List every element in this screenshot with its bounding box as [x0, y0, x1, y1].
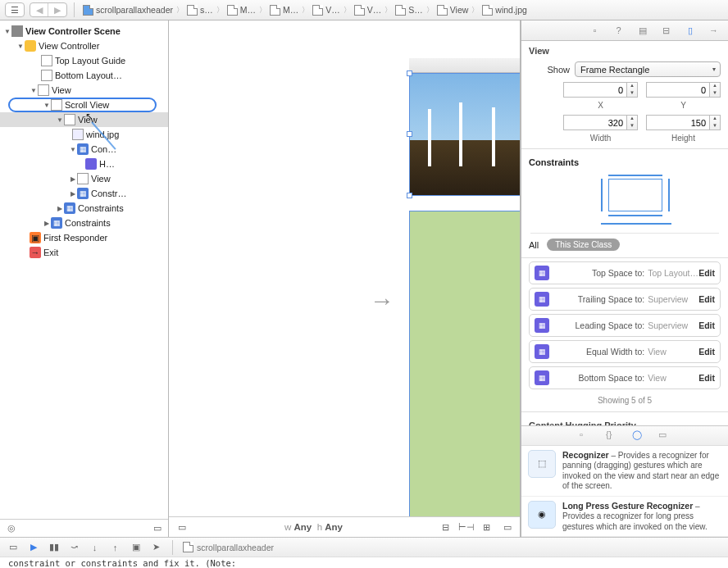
filter-all[interactable]: All: [529, 240, 539, 250]
view3-row[interactable]: ▶View: [0, 171, 168, 186]
firstresponder-row[interactable]: ▣First Responder: [0, 230, 168, 245]
object-library: ⬚ Recognizer – Provides a recognizer for…: [521, 445, 728, 538]
y-field[interactable]: [646, 82, 710, 98]
constraint-row[interactable]: ▦Top Space to:Top Layout…Edit: [529, 261, 721, 284]
crumb: View: [450, 5, 469, 15]
library-tabs[interactable]: ▫ {} ◯ ▭: [521, 425, 728, 445]
size-class-indicator[interactable]: w Any h Any: [196, 522, 431, 532]
step-over-icon[interactable]: ⤻: [68, 541, 80, 553]
height-field[interactable]: [646, 115, 710, 130]
view2-row[interactable]: ▼View: [0, 112, 168, 127]
con-row[interactable]: ▼▦Con…: [0, 142, 168, 157]
wind-image-view[interactable]: [409, 73, 520, 196]
constr-row[interactable]: ▶▦Constr…: [0, 186, 168, 201]
edit-button[interactable]: Edit: [698, 294, 715, 304]
pause-icon[interactable]: ▮▮: [48, 541, 60, 553]
size-inspector-icon: ▯: [684, 25, 696, 37]
constraint-row[interactable]: ▦Equal Width to:ViewEdit: [529, 340, 721, 363]
exit-row[interactable]: →Exit: [0, 245, 168, 260]
step-out-icon[interactable]: ↑: [109, 541, 121, 553]
view-debug-icon[interactable]: ▣: [130, 541, 142, 553]
crumb: S…: [408, 5, 423, 15]
stack-icon[interactable]: ⊟: [439, 521, 452, 534]
align-icon[interactable]: ⊢⊣: [460, 521, 472, 534]
top-toolbar: ☰ ◀▶ scrollparallaxheader〉 s…〉 M…〉 M…〉 V…: [0, 0, 728, 20]
constraint-icon: ▦: [535, 370, 549, 385]
related-items[interactable]: ☰: [5, 2, 25, 17]
breakpoint-icon[interactable]: ▶: [27, 541, 39, 553]
x-sublabel: X: [563, 101, 638, 110]
identity-inspector-icon: ▤: [636, 25, 648, 37]
showing-count: Showing 5 of 5: [521, 393, 728, 408]
view-row[interactable]: ▼View: [0, 83, 168, 98]
outline-toggle-icon[interactable]: ▭: [175, 521, 188, 534]
crumb: M…: [283, 5, 298, 15]
h-row[interactable]: H…: [0, 157, 168, 171]
attributes-inspector-icon: ⊟: [660, 25, 672, 37]
windjpg-row[interactable]: wind.jpg: [0, 127, 168, 142]
viewcontroller-row[interactable]: ▼View Controller: [0, 39, 168, 53]
debug-toolbar: ▭ ▶ ▮▮ ⤻ ↓ ↑ ▣ ➤ scrollparallaxheader: [0, 537, 728, 557]
filter-icon[interactable]: ◎: [5, 522, 17, 534]
section-view-header: View: [521, 41, 728, 59]
console-output: constraint or constraints and fix it. (N…: [0, 557, 728, 568]
filter-sizeclass[interactable]: This Size Class: [547, 239, 620, 251]
hide-debug-icon[interactable]: ▭: [7, 541, 19, 553]
library-item[interactable]: ◉ Long Press Gesture Recognizer – Provid…: [521, 497, 728, 538]
media-library-icon: ▭: [658, 429, 670, 441]
x-field[interactable]: [563, 82, 627, 98]
constraints1-row[interactable]: ▶▦Constraints: [0, 201, 168, 216]
h-stepper[interactable]: ▲▼: [710, 115, 721, 130]
location-icon[interactable]: ➤: [150, 541, 162, 553]
show-select[interactable]: Frame Rectangle: [575, 61, 721, 77]
constraints2-row[interactable]: ▶▦Constraints: [0, 216, 168, 230]
constraint-row[interactable]: ▦Leading Space to:SuperviewEdit: [529, 314, 721, 337]
document-outline: ▼View Controller Scene ▼View Controller …: [0, 20, 169, 537]
y-stepper[interactable]: ▲▼: [710, 82, 721, 98]
width-field[interactable]: [563, 115, 627, 130]
scene-row[interactable]: ▼View Controller Scene: [0, 24, 168, 39]
forward-icon: ▶: [48, 3, 66, 16]
crumb: scrollparallaxheader: [96, 5, 173, 15]
constraint-icon: ▦: [535, 318, 549, 333]
interface-builder-canvas: →: [169, 20, 521, 537]
constraint-row[interactable]: ▦Trailing Space to:SuperviewEdit: [529, 288, 721, 311]
topguide-row[interactable]: Top Layout Guide: [0, 53, 168, 68]
crumb: V…: [325, 5, 340, 15]
edit-button[interactable]: Edit: [698, 373, 715, 383]
device-preview[interactable]: [409, 58, 520, 516]
inspector-tabs[interactable]: ▫ ? ▤ ⊟ ▯ →: [521, 20, 728, 41]
crumb: s…: [200, 5, 213, 15]
edit-button[interactable]: Edit: [698, 268, 715, 278]
pan-gesture-icon: ⬚: [528, 450, 556, 478]
bottomguide-row[interactable]: Bottom Layout…: [0, 68, 168, 83]
show-label: Show: [529, 65, 570, 75]
width-sublabel: Width: [563, 134, 638, 143]
w-stepper[interactable]: ▲▼: [627, 115, 638, 130]
height-sublabel: Height: [646, 134, 721, 143]
pin-icon[interactable]: ⊞: [480, 521, 493, 534]
edit-button[interactable]: Edit: [698, 320, 715, 330]
constraint-icon: ▦: [535, 292, 549, 307]
resolve-icon[interactable]: ▭: [501, 521, 513, 534]
breadcrumb[interactable]: scrollparallaxheader〉 s…〉 M…〉 M…〉 V…〉 V……: [81, 5, 529, 16]
file-inspector-icon: ▫: [589, 25, 601, 37]
edit-button[interactable]: Edit: [698, 347, 715, 357]
help-inspector-icon: ?: [612, 25, 625, 37]
jump-bar[interactable]: scrollparallaxheader: [183, 542, 274, 552]
constraints-diagram: [530, 172, 719, 234]
initial-vc-arrow-icon: →: [370, 287, 394, 315]
constraint-row[interactable]: ▦Bottom Space to:ViewEdit: [529, 366, 721, 389]
library-item[interactable]: ⬚ Recognizer – Provides a recognizer for…: [521, 446, 728, 497]
canvas-footer: ▭ w Any h Any ⊟ ⊢⊣ ⊞ ▭: [169, 516, 520, 537]
outline-toggle-icon[interactable]: ▭: [151, 522, 163, 534]
constraints-header: Constraints: [521, 152, 728, 172]
object-library-icon: ◯: [632, 429, 644, 441]
nav-back-forward[interactable]: ◀▶: [30, 2, 67, 17]
constraint-icon: ▦: [535, 344, 549, 359]
scrollview-row[interactable]: ▼Scroll View: [0, 98, 168, 112]
step-in-icon[interactable]: ↓: [89, 541, 101, 553]
constraint-icon: ▦: [535, 266, 549, 280]
content-view[interactable]: [409, 211, 520, 516]
x-stepper[interactable]: ▲▼: [627, 82, 638, 98]
